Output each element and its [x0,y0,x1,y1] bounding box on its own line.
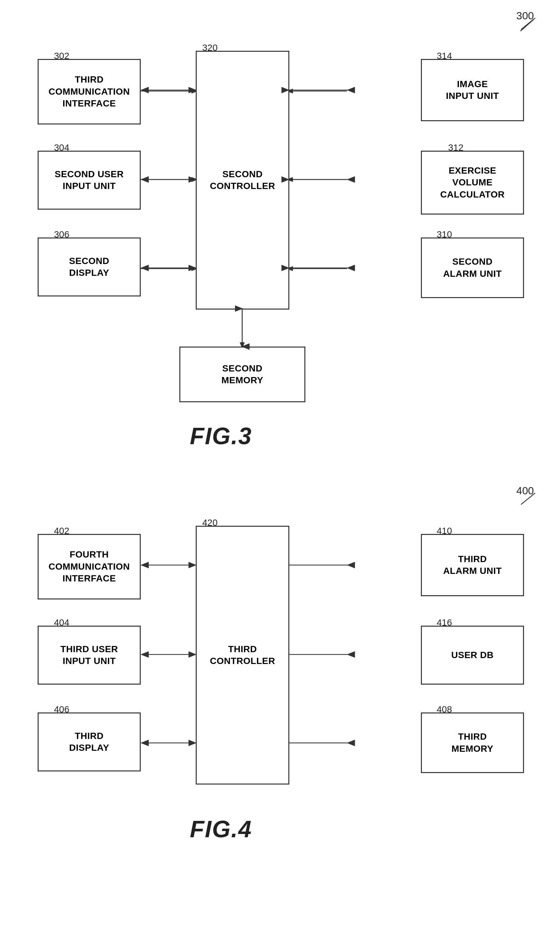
fig4-area: 400 [0,475,560,947]
fig3-title: FIG.3 [190,423,252,449]
box-third-display: THIRD DISPLAY [38,713,141,771]
fig3-ref-label: 300 [517,10,534,22]
box-second-memory: SECOND MEMORY [179,347,305,402]
box-second-controller: SECOND CONTROLLER [196,51,289,310]
box-user-db: USER DB [421,626,524,685]
box-third-comm-interface: THIRD COMMUNICATION INTERFACE [38,59,141,125]
box-fourth-comm-interface: FOURTH COMMUNICATION INTERFACE [38,534,141,600]
box-second-alarm: SECOND ALARM UNIT [421,238,524,298]
fig4-title: FIG.4 [190,816,252,842]
fig4-ref-label: 400 [517,485,534,497]
fig3-area: 300 [0,0,560,475]
box-second-user-input: SECOND USER INPUT UNIT [38,151,141,210]
box-exercise-volume: EXERCISE VOLUME CALCULATOR [421,151,524,214]
box-third-controller: THIRD CONTROLLER [196,526,289,785]
box-third-user-input: THIRD USER INPUT UNIT [38,626,141,685]
box-second-display: SECOND DISPLAY [38,238,141,296]
box-third-memory: THIRD MEMORY [421,713,524,773]
box-third-alarm: THIRD ALARM UNIT [421,534,524,596]
box-image-input: IMAGE INPUT UNIT [421,59,524,121]
